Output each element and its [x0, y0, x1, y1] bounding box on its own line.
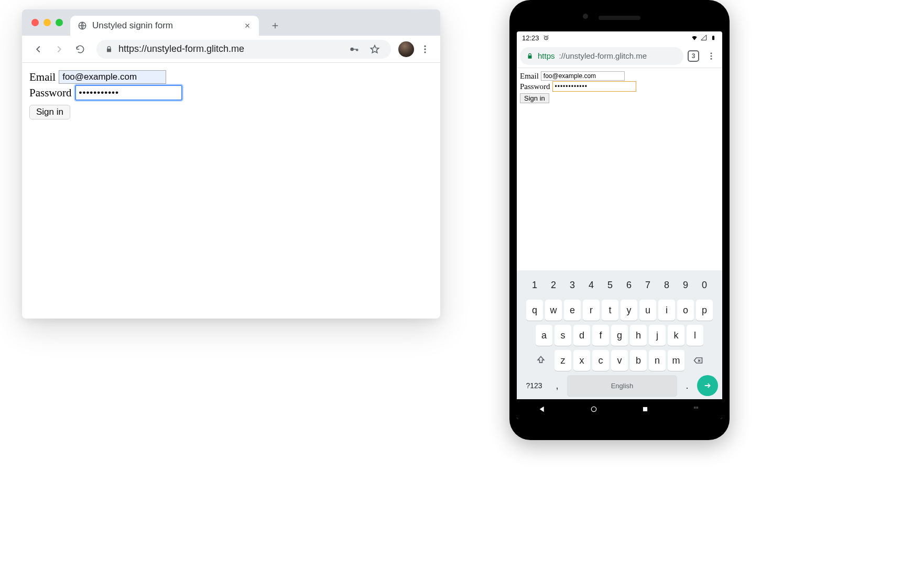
svg-rect-13 — [694, 407, 695, 408]
key-w[interactable]: w — [545, 300, 562, 321]
svg-rect-16 — [694, 408, 695, 409]
recents-nav-icon[interactable] — [640, 404, 650, 414]
back-button[interactable] — [29, 40, 47, 58]
key-4[interactable]: 4 — [583, 275, 600, 295]
key-9[interactable]: 9 — [677, 275, 694, 295]
signin-button[interactable]: Sign in — [520, 93, 549, 103]
key-n[interactable]: n — [649, 350, 666, 371]
signin-button[interactable]: Sign in — [29, 105, 70, 119]
comma-key[interactable]: , — [550, 375, 564, 396]
status-time: 12:23 — [522, 34, 539, 42]
kebab-menu-icon[interactable] — [703, 48, 719, 64]
key-t[interactable]: t — [602, 300, 618, 321]
key-s[interactable]: s — [555, 325, 571, 346]
key-o[interactable]: o — [677, 300, 694, 321]
key-h[interactable]: h — [630, 325, 647, 346]
email-input[interactable] — [59, 70, 166, 84]
svg-point-2 — [424, 45, 426, 47]
key-q[interactable]: q — [526, 300, 543, 321]
symbols-key[interactable]: ?123 — [521, 375, 547, 396]
key-k[interactable]: k — [668, 325, 684, 346]
forward-button[interactable] — [50, 40, 68, 58]
email-label: Email — [29, 71, 56, 84]
key-r[interactable]: r — [583, 300, 600, 321]
address-bar[interactable]: https://unstyled-form.glitch.me — [96, 40, 391, 59]
email-row: Email — [29, 70, 433, 84]
key-7[interactable]: 7 — [639, 275, 656, 295]
svg-point-10 — [711, 58, 712, 59]
mobile-page-content: Email Password Sign in — [517, 68, 722, 270]
password-label: Password — [29, 86, 72, 100]
svg-rect-17 — [695, 408, 697, 409]
key-c[interactable]: c — [592, 350, 609, 371]
desktop-browser-window: Unstyled signin form https://unstyled-fo… — [22, 9, 440, 319]
close-tab-button[interactable] — [243, 21, 252, 30]
password-input[interactable] — [552, 81, 636, 92]
svg-point-1 — [350, 47, 354, 51]
key-1[interactable]: 1 — [526, 275, 543, 295]
phone-camera — [583, 14, 588, 19]
key-6[interactable]: 6 — [621, 275, 637, 295]
key-m[interactable]: m — [668, 350, 684, 371]
browser-tab[interactable]: Unstyled signin form — [70, 16, 259, 36]
keyboard-row-bottom: ?123 , English . — [519, 375, 720, 396]
back-nav-icon[interactable] — [538, 404, 547, 414]
key-icon[interactable] — [346, 41, 362, 57]
key-j[interactable]: j — [649, 325, 666, 346]
wifi-icon — [691, 34, 698, 41]
key-p[interactable]: p — [696, 300, 713, 321]
svg-point-11 — [591, 407, 596, 411]
profile-avatar[interactable] — [398, 41, 414, 57]
maximize-window-button[interactable] — [56, 19, 63, 26]
shift-key[interactable] — [529, 350, 552, 371]
email-input[interactable] — [541, 71, 625, 81]
browser-toolbar: https://unstyled-form.glitch.me — [22, 36, 440, 63]
backspace-key[interactable] — [687, 350, 710, 371]
browser-tab-strip: Unstyled signin form — [22, 9, 440, 36]
home-nav-icon[interactable] — [589, 404, 599, 414]
key-i[interactable]: i — [658, 300, 675, 321]
kebab-menu-icon[interactable] — [417, 41, 433, 57]
status-left: 12:23 — [522, 34, 550, 42]
keyboard-switcher-icon[interactable] — [692, 404, 701, 414]
key-l[interactable]: l — [687, 325, 703, 346]
key-f[interactable]: f — [592, 325, 609, 346]
key-v[interactable]: v — [611, 350, 628, 371]
key-5[interactable]: 5 — [602, 275, 618, 295]
close-window-button[interactable] — [31, 19, 39, 26]
key-z[interactable]: z — [555, 350, 571, 371]
key-x[interactable]: x — [573, 350, 590, 371]
mobile-address-bar[interactable]: https://unstyled-form.glitch.me — [520, 47, 683, 65]
minimize-window-button[interactable] — [44, 19, 51, 26]
key-u[interactable]: u — [639, 300, 656, 321]
password-input[interactable] — [75, 85, 182, 101]
key-g[interactable]: g — [611, 325, 628, 346]
new-tab-button[interactable] — [267, 18, 283, 34]
key-0[interactable]: 0 — [696, 275, 713, 295]
period-key[interactable]: . — [680, 375, 694, 396]
key-a[interactable]: a — [536, 325, 552, 346]
space-key[interactable]: English — [567, 375, 677, 396]
enter-key[interactable] — [697, 375, 718, 396]
status-right — [691, 34, 717, 41]
reload-button[interactable] — [71, 40, 89, 58]
lock-icon — [105, 45, 113, 53]
tab-switcher-button[interactable]: 3 — [688, 50, 699, 62]
key-3[interactable]: 3 — [564, 275, 581, 295]
svg-rect-14 — [695, 407, 697, 408]
key-8[interactable]: 8 — [658, 275, 675, 295]
phone-speaker — [599, 16, 640, 20]
star-icon[interactable] — [367, 41, 383, 57]
key-d[interactable]: d — [573, 325, 590, 346]
tab-title: Unstyled signin form — [92, 20, 238, 31]
lock-icon — [526, 52, 534, 60]
svg-rect-18 — [697, 408, 698, 409]
key-b[interactable]: b — [630, 350, 647, 371]
keyboard-row-1: qwertyuiop — [519, 300, 720, 321]
key-2[interactable]: 2 — [545, 275, 562, 295]
password-row: Password — [520, 81, 719, 92]
key-e[interactable]: e — [564, 300, 581, 321]
phone-frame: 12:23 ht — [509, 0, 730, 440]
key-y[interactable]: y — [621, 300, 637, 321]
svg-point-9 — [711, 55, 712, 57]
